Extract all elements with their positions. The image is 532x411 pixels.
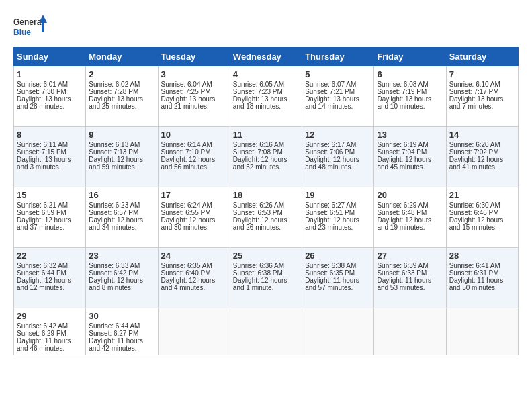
daylight-text: Daylight: 11 hours and 53 minutes. — [377, 277, 443, 291]
calendar-cell — [302, 308, 374, 355]
calendar-cell: 21Sunrise: 6:30 AMSunset: 6:46 PMDayligh… — [446, 187, 518, 248]
sunset-text: Sunset: 6:42 PM — [89, 269, 154, 277]
day-number: 6 — [377, 69, 443, 79]
sunrise-text: Sunrise: 6:42 AM — [17, 322, 83, 330]
sunset-text: Sunset: 7:28 PM — [89, 88, 154, 95]
day-number: 11 — [233, 130, 299, 140]
daylight-text: Daylight: 13 hours and 3 minutes. — [17, 156, 83, 171]
calendar-body: 1Sunrise: 6:01 AMSunset: 7:30 PMDaylight… — [14, 66, 519, 355]
sunset-text: Sunset: 7:30 PM — [17, 88, 83, 95]
calendar-cell: 20Sunrise: 6:29 AMSunset: 6:48 PMDayligh… — [374, 187, 446, 248]
sunset-text: Sunset: 6:35 PM — [305, 269, 371, 277]
sunrise-text: Sunrise: 6:38 AM — [305, 262, 371, 269]
day-number: 14 — [449, 130, 515, 140]
day-number: 7 — [449, 69, 515, 79]
sunrise-text: Sunrise: 6:21 AM — [17, 201, 83, 209]
day-number: 22 — [17, 250, 83, 261]
sunset-text: Sunset: 7:19 PM — [377, 88, 443, 95]
day-number: 24 — [161, 250, 227, 261]
sunrise-text: Sunrise: 6:35 AM — [161, 262, 227, 269]
calendar-cell: 1Sunrise: 6:01 AMSunset: 7:30 PMDaylight… — [14, 66, 86, 127]
day-number: 29 — [17, 311, 83, 321]
daylight-text: Daylight: 12 hours and 37 minutes. — [17, 216, 83, 231]
sunrise-text: Sunrise: 6:23 AM — [89, 201, 154, 209]
sunset-text: Sunset: 6:51 PM — [305, 209, 371, 216]
sunrise-text: Sunrise: 6:14 AM — [161, 141, 227, 148]
svg-text:Blue: Blue — [13, 28, 31, 37]
daylight-text: Daylight: 12 hours and 52 minutes. — [233, 156, 299, 171]
header-sunday: Sunday — [14, 48, 86, 66]
sunrise-text: Sunrise: 6:44 AM — [89, 322, 154, 330]
sunset-text: Sunset: 6:40 PM — [161, 269, 227, 277]
calendar-cell: 2Sunrise: 6:02 AMSunset: 7:28 PMDaylight… — [86, 66, 158, 127]
sunrise-text: Sunrise: 6:01 AM — [17, 81, 83, 88]
day-number: 21 — [449, 190, 515, 200]
day-number: 17 — [161, 190, 227, 200]
day-number: 8 — [17, 130, 83, 140]
sunset-text: Sunset: 6:44 PM — [17, 269, 83, 277]
sunrise-text: Sunrise: 6:13 AM — [89, 141, 154, 148]
calendar-week-1: 1Sunrise: 6:01 AMSunset: 7:30 PMDaylight… — [14, 66, 519, 127]
calendar-cell: 17Sunrise: 6:24 AMSunset: 6:55 PMDayligh… — [158, 187, 230, 248]
sunset-text: Sunset: 7:21 PM — [305, 88, 371, 95]
day-number: 9 — [89, 130, 154, 140]
calendar-cell: 6Sunrise: 6:08 AMSunset: 7:19 PMDaylight… — [374, 66, 446, 127]
sunset-text: Sunset: 6:29 PM — [17, 330, 83, 337]
svg-text:General: General — [13, 17, 44, 27]
sunrise-text: Sunrise: 6:20 AM — [449, 141, 515, 148]
calendar-week-5: 29Sunrise: 6:42 AMSunset: 6:29 PMDayligh… — [14, 308, 519, 355]
sunrise-text: Sunrise: 6:30 AM — [449, 201, 515, 209]
day-number: 26 — [305, 250, 371, 261]
sunset-text: Sunset: 7:25 PM — [161, 88, 227, 95]
day-number: 27 — [377, 250, 443, 261]
daylight-text: Daylight: 12 hours and 34 minutes. — [89, 216, 154, 231]
daylight-text: Daylight: 12 hours and 19 minutes. — [377, 216, 443, 231]
sunset-text: Sunset: 7:17 PM — [449, 88, 515, 95]
calendar-cell: 11Sunrise: 6:16 AMSunset: 7:08 PMDayligh… — [230, 127, 302, 187]
daylight-text: Daylight: 11 hours and 42 minutes. — [89, 337, 154, 352]
calendar-cell: 10Sunrise: 6:14 AMSunset: 7:10 PMDayligh… — [158, 127, 230, 187]
header-friday: Friday — [374, 48, 446, 66]
sunrise-text: Sunrise: 6:26 AM — [233, 201, 299, 209]
daylight-text: Daylight: 12 hours and 48 minutes. — [305, 156, 371, 171]
calendar-cell: 13Sunrise: 6:19 AMSunset: 7:04 PMDayligh… — [374, 127, 446, 187]
calendar-cell: 18Sunrise: 6:26 AMSunset: 6:53 PMDayligh… — [230, 187, 302, 248]
calendar-cell: 19Sunrise: 6:27 AMSunset: 6:51 PMDayligh… — [302, 187, 374, 248]
daylight-text: Daylight: 12 hours and 15 minutes. — [449, 216, 515, 231]
sunset-text: Sunset: 7:10 PM — [161, 148, 227, 156]
day-number: 3 — [161, 69, 227, 79]
header-tuesday: Tuesday — [158, 48, 230, 66]
calendar-cell — [230, 308, 302, 355]
sunrise-text: Sunrise: 6:11 AM — [17, 141, 83, 148]
sunrise-text: Sunrise: 6:29 AM — [377, 201, 443, 209]
sunset-text: Sunset: 7:06 PM — [305, 148, 371, 156]
calendar-cell — [158, 308, 230, 355]
daylight-text: Daylight: 13 hours and 14 minutes. — [305, 95, 371, 110]
sunset-text: Sunset: 6:55 PM — [161, 209, 227, 216]
calendar-table: SundayMondayTuesdayWednesdayThursdayFrid… — [13, 47, 519, 355]
daylight-text: Daylight: 12 hours and 56 minutes. — [161, 156, 227, 171]
day-number: 20 — [377, 190, 443, 200]
sunrise-text: Sunrise: 6:08 AM — [377, 81, 443, 88]
sunrise-text: Sunrise: 6:36 AM — [233, 262, 299, 269]
sunset-text: Sunset: 7:02 PM — [449, 148, 515, 156]
daylight-text: Daylight: 12 hours and 12 minutes. — [17, 277, 83, 291]
calendar-cell: 8Sunrise: 6:11 AMSunset: 7:15 PMDaylight… — [14, 127, 86, 187]
daylight-text: Daylight: 13 hours and 18 minutes. — [233, 95, 299, 110]
daylight-text: Daylight: 11 hours and 50 minutes. — [449, 277, 515, 291]
calendar-cell: 3Sunrise: 6:04 AMSunset: 7:25 PMDaylight… — [158, 66, 230, 127]
daylight-text: Daylight: 12 hours and 23 minutes. — [305, 216, 371, 231]
sunset-text: Sunset: 7:08 PM — [233, 148, 299, 156]
calendar-cell: 7Sunrise: 6:10 AMSunset: 7:17 PMDaylight… — [446, 66, 518, 127]
calendar-cell: 9Sunrise: 6:13 AMSunset: 7:13 PMDaylight… — [86, 127, 158, 187]
calendar-cell: 24Sunrise: 6:35 AMSunset: 6:40 PMDayligh… — [158, 248, 230, 308]
calendar-cell: 16Sunrise: 6:23 AMSunset: 6:57 PMDayligh… — [86, 187, 158, 248]
daylight-text: Daylight: 12 hours and 26 minutes. — [233, 216, 299, 231]
day-number: 25 — [233, 250, 299, 261]
day-number: 13 — [377, 130, 443, 140]
calendar-cell: 4Sunrise: 6:05 AMSunset: 7:23 PMDaylight… — [230, 66, 302, 127]
calendar-cell: 23Sunrise: 6:33 AMSunset: 6:42 PMDayligh… — [86, 248, 158, 308]
sunset-text: Sunset: 6:31 PM — [449, 269, 515, 277]
sunrise-text: Sunrise: 6:02 AM — [89, 81, 154, 88]
sunrise-text: Sunrise: 6:16 AM — [233, 141, 299, 148]
